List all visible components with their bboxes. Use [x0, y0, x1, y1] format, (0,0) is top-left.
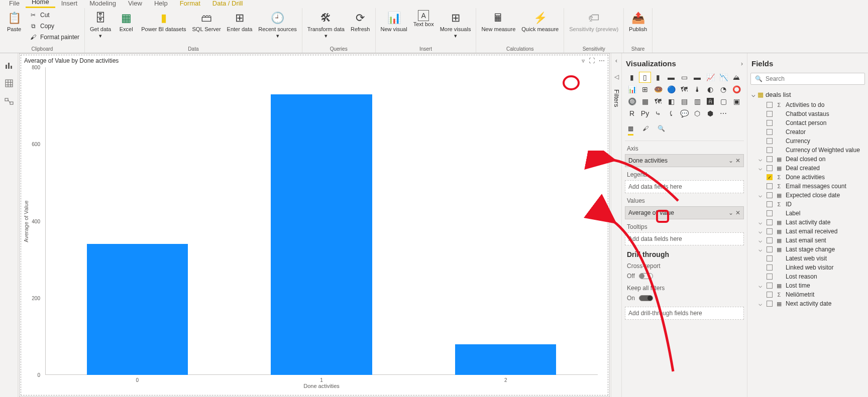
field-checkbox[interactable]	[767, 183, 773, 189]
tab-datadrill[interactable]: Data / Drill	[206, 0, 249, 8]
field-checkbox[interactable]	[767, 283, 773, 289]
field-row[interactable]: Chatbot vastaus	[750, 109, 865, 118]
field-row[interactable]: Currency	[750, 137, 865, 146]
new-measure-button[interactable]: 🖩New measure	[479, 9, 517, 34]
collapse-viz-button[interactable]: ›	[741, 60, 743, 67]
field-row[interactable]: Contact person	[750, 118, 865, 127]
transform-data-button[interactable]: 🛠Transform data▾	[305, 9, 347, 40]
viz-type-icon[interactable]: ⤹	[665, 108, 677, 119]
field-checkbox[interactable]	[767, 274, 773, 280]
tab-help[interactable]: Help	[148, 0, 174, 8]
field-checkbox[interactable]	[767, 165, 773, 171]
viz-type-icon[interactable]: 🔘	[626, 96, 638, 107]
recent-sources-button[interactable]: 🕘Recent sources▾	[256, 9, 298, 40]
field-row[interactable]: ⌵▦Lost time	[750, 281, 865, 290]
excel-button[interactable]: ▦Excel	[115, 9, 137, 34]
field-row[interactable]: ⌵▦Next activity date	[750, 299, 865, 308]
viz-type-icon[interactable]: ▮	[626, 72, 638, 83]
viz-type-icon[interactable]: 🗺	[678, 84, 690, 95]
field-checkbox[interactable]	[767, 147, 773, 153]
field-row[interactable]: Latest web visit	[750, 254, 865, 263]
chart-bar[interactable]	[271, 94, 372, 375]
viz-type-icon[interactable]: ⛰	[730, 72, 742, 83]
field-checkbox[interactable]	[767, 264, 773, 271]
field-checkbox[interactable]: ✓	[767, 174, 773, 180]
viz-type-icon[interactable]: 🗺	[652, 96, 664, 107]
filters-toggle-icon[interactable]: ◁	[614, 73, 619, 80]
field-row[interactable]: Lost reason	[750, 272, 865, 281]
tab-format[interactable]: Format	[174, 0, 206, 8]
viz-type-icon[interactable]: 🌡	[691, 84, 703, 95]
viz-type-icon[interactable]: Py	[639, 108, 651, 119]
viz-type-icon[interactable]: 📉	[717, 72, 729, 83]
tab-file[interactable]: File	[3, 0, 26, 8]
field-checkbox[interactable]	[767, 228, 773, 234]
cut-button[interactable]: ✂Cut	[27, 10, 81, 20]
cross-report-toggle[interactable]	[639, 273, 653, 279]
field-checkbox[interactable]	[767, 192, 773, 198]
get-data-button[interactable]: 🗄Get data▾	[88, 9, 113, 40]
axis-dropdown-icon[interactable]: ⌄	[728, 157, 733, 164]
viz-type-icon[interactable]: ▯	[639, 72, 651, 83]
viz-type-icon[interactable]: 🅰	[704, 96, 716, 107]
field-row[interactable]: Creator	[750, 127, 865, 137]
viz-type-icon[interactable]: ▣	[730, 96, 742, 107]
more-icon[interactable]: ⋯	[599, 57, 605, 64]
field-row[interactable]: ✓ΣDone activities	[750, 173, 865, 182]
viz-type-icon[interactable]: R	[626, 108, 638, 119]
chart-bar[interactable]	[455, 344, 557, 375]
tab-home[interactable]: Home	[26, 0, 55, 8]
axis-well[interactable]: Done activities ⌄✕	[625, 154, 744, 167]
data-view-button[interactable]	[3, 77, 15, 89]
field-checkbox[interactable]	[767, 237, 773, 243]
chart-bar[interactable]	[87, 244, 188, 375]
viz-type-icon[interactable]: ▬	[665, 72, 677, 83]
chart-visual[interactable]: Average of Value by Done activities ▿ ⛶ …	[21, 55, 608, 395]
viz-type-icon[interactable]: ◧	[665, 96, 677, 107]
field-checkbox[interactable]	[767, 219, 773, 225]
viz-type-icon[interactable]: 📈	[704, 72, 716, 83]
values-remove-icon[interactable]: ✕	[735, 209, 740, 216]
expand-filters-button[interactable]: ‹	[615, 57, 617, 64]
quick-measure-button[interactable]: ⚡Quick measure	[519, 9, 561, 34]
field-row[interactable]: Label	[750, 209, 865, 218]
tooltips-well[interactable]: Add data fields here	[625, 232, 744, 245]
format-painter-button[interactable]: 🖌Format painter	[27, 32, 81, 42]
viz-type-icon[interactable]: ▦	[639, 96, 651, 107]
viz-type-icon[interactable]: ▥	[691, 96, 703, 107]
field-row[interactable]: ⌵▦Deal created	[750, 164, 865, 173]
field-checkbox[interactable]	[767, 210, 773, 216]
viz-type-icon[interactable]: ◐	[704, 84, 716, 95]
tab-modeling[interactable]: Modeling	[83, 0, 122, 8]
table-header[interactable]: ⌵ ▦ deals list	[750, 89, 865, 100]
report-canvas[interactable]: Average of Value by Done activities ▿ ⛶ …	[19, 53, 610, 397]
field-row[interactable]: ⌵▦Deal closed on	[750, 155, 865, 164]
sql-server-button[interactable]: 🗃SQL Server	[190, 9, 223, 34]
viz-type-icon[interactable]: 💬	[678, 108, 690, 119]
field-checkbox[interactable]	[767, 120, 773, 126]
field-checkbox[interactable]	[767, 246, 773, 252]
viz-type-icon[interactable]: ⊞	[639, 84, 651, 95]
new-visual-button[interactable]: 📊New visual	[379, 9, 409, 34]
field-checkbox[interactable]	[767, 292, 773, 298]
field-checkbox[interactable]	[767, 201, 773, 207]
fields-search[interactable]: 🔍	[750, 73, 865, 85]
viz-type-icon[interactable]: 🔵	[665, 84, 677, 95]
field-row[interactable]: ΣNeliömetrit	[750, 290, 865, 299]
viz-type-icon[interactable]: ▤	[678, 96, 690, 107]
viz-type-icon[interactable]: ⬢	[704, 108, 716, 119]
tab-insert[interactable]: Insert	[55, 0, 84, 8]
field-row[interactable]: ⌵▦Last email sent	[750, 236, 865, 245]
field-row[interactable]: ⌵▦Last email received	[750, 227, 865, 236]
refresh-button[interactable]: ⟳Refresh	[349, 9, 372, 34]
field-row[interactable]: ⌵▦Expected close date	[750, 191, 865, 200]
field-row[interactable]: ΣEmail messages count	[750, 182, 865, 191]
field-checkbox[interactable]	[767, 255, 773, 261]
field-row[interactable]: ⌵▦Last stage change	[750, 245, 865, 254]
focus-icon[interactable]: ⛶	[589, 57, 595, 64]
enter-data-button[interactable]: ⊞Enter data	[225, 9, 255, 34]
publish-button[interactable]: 📤Publish	[627, 9, 649, 34]
viz-type-icon[interactable]: 📊	[626, 84, 638, 95]
report-view-button[interactable]	[3, 59, 15, 71]
format-tab-icon[interactable]: 🖌	[642, 125, 648, 136]
